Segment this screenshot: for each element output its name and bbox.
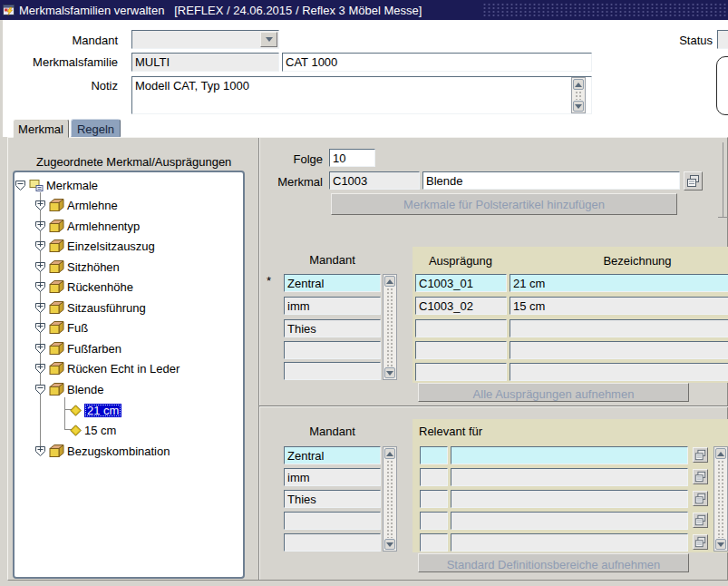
scroll-down-button[interactable] xyxy=(384,367,395,378)
box-icon xyxy=(49,444,64,458)
mandant-scrollbar[interactable] xyxy=(383,274,397,380)
status-label: Status xyxy=(635,34,713,47)
tree-leaf-21cm[interactable]: 21 cm xyxy=(70,402,121,418)
combo-dropdown-button[interactable] xyxy=(260,32,277,47)
relevanz-lookup-button[interactable] xyxy=(693,534,708,550)
lookup-icon xyxy=(694,449,706,461)
auspraegung-code-cell[interactable] xyxy=(415,363,507,381)
relevanz-value-cell[interactable] xyxy=(451,446,688,464)
title-bar[interactable]: Merkmalsfamilien verwalten [REFLEX / 24.… xyxy=(0,0,728,20)
relevanz-value-cell[interactable] xyxy=(451,533,688,552)
auspraegung-name-cell[interactable] xyxy=(510,363,728,381)
scroll-up-button[interactable] xyxy=(384,276,395,287)
mandant-row[interactable]: Thies xyxy=(284,490,381,508)
expand-icon[interactable] xyxy=(34,343,46,355)
tree-node[interactable]: Fußfarben xyxy=(34,340,121,356)
scroll-up-button[interactable] xyxy=(384,448,395,459)
notiz-textarea[interactable]: Modell CAT, Typ 1000 xyxy=(131,76,592,114)
tab-merkmal[interactable]: Merkmal xyxy=(13,119,69,138)
merkmalsfamilie-name-field[interactable]: CAT 1000 xyxy=(282,53,592,72)
scroll-down-button[interactable] xyxy=(573,101,584,112)
mandant-row[interactable] xyxy=(284,533,381,552)
relevanz-lookup-button[interactable] xyxy=(693,469,708,484)
standard-definitionsbereiche-button[interactable]: Standard Definitionsbereiche aufnehmen xyxy=(418,553,689,572)
tree-node-label: Bezugskombination xyxy=(67,444,170,458)
auspraegung-code-cell[interactable]: C1003_02 xyxy=(415,297,507,315)
mandant-row[interactable] xyxy=(284,512,381,530)
mandant-row[interactable]: imm xyxy=(284,297,381,315)
auspraegung-name-cell[interactable]: 15 cm xyxy=(510,297,728,315)
tree-node[interactable]: Bezugskombination xyxy=(34,443,170,459)
tree-node[interactable]: Sitzausführung xyxy=(34,299,146,316)
relevanz-value-cell[interactable] xyxy=(451,490,688,508)
status-field[interactable] xyxy=(717,30,728,49)
collapse-icon[interactable] xyxy=(34,384,46,396)
tree-node[interactable]: Armlehnentyp xyxy=(34,218,140,234)
tab-regeln[interactable]: Regeln xyxy=(71,119,121,137)
relevanz-scrollbar[interactable] xyxy=(713,446,728,552)
relevanz-value-cell[interactable] xyxy=(451,468,688,486)
tree-node[interactable]: Rückenhöhe xyxy=(34,278,133,295)
app-icon xyxy=(3,4,15,16)
side-button-partial[interactable] xyxy=(716,56,728,115)
auspraegung-name-cell[interactable] xyxy=(510,319,728,337)
relevanz-key-cell[interactable] xyxy=(420,512,448,530)
expand-icon[interactable] xyxy=(34,240,46,252)
expand-icon[interactable] xyxy=(34,302,46,314)
mandant-row[interactable]: imm xyxy=(284,468,381,486)
merkmalsfamilie-code-field[interactable]: MULTI xyxy=(131,53,279,72)
expand-icon[interactable] xyxy=(34,322,46,334)
scroll-up-button[interactable] xyxy=(715,448,726,459)
expand-icon[interactable] xyxy=(34,261,46,273)
box-icon xyxy=(49,382,64,396)
relevanz-key-cell[interactable] xyxy=(420,533,448,552)
mandant-row[interactable]: Zentral xyxy=(284,446,381,464)
auspraegung-name-cell[interactable] xyxy=(510,341,728,359)
expand-icon[interactable] xyxy=(34,200,46,211)
auspraegung-name-cell[interactable]: 21 cm xyxy=(510,274,728,292)
merkmal-lookup-button[interactable] xyxy=(684,171,703,190)
mandant-combo[interactable]: Stamm 999 xyxy=(131,30,279,49)
tree-leaf-15cm[interactable]: 15 cm xyxy=(70,422,116,438)
add-polsterartikel-button[interactable]: Merkmale für Polsterartikel hinzufügen xyxy=(331,193,677,215)
mandant-row[interactable] xyxy=(284,362,381,380)
relevanz-lookup-button[interactable] xyxy=(693,447,708,463)
alle-auspraegungen-button[interactable]: Alle Ausprägungen aufnehmen xyxy=(418,383,689,402)
tree-node[interactable]: Rücken Echt in Leder xyxy=(34,360,180,376)
panel-separator xyxy=(258,138,259,580)
tree-node-blende[interactable]: Blende xyxy=(34,381,103,397)
auspraegung-code-cell[interactable] xyxy=(415,319,507,337)
expand-icon[interactable] xyxy=(34,220,46,232)
box-icon xyxy=(49,259,64,274)
relevanz-key-cell[interactable] xyxy=(420,490,448,508)
relevanz-key-cell[interactable] xyxy=(420,446,448,464)
tree-node-label: Einzelsitzauszug xyxy=(67,239,155,253)
tree-node[interactable]: Fuß xyxy=(34,319,88,336)
box-icon xyxy=(49,300,64,315)
auspraegung-code-cell[interactable]: C1003_01 xyxy=(415,274,507,292)
mandant-row[interactable] xyxy=(284,341,381,359)
relevanz-lookup-button[interactable] xyxy=(693,491,708,506)
tree-node[interactable]: Armlehne xyxy=(34,197,118,213)
mandant-scrollbar[interactable] xyxy=(383,446,397,552)
mandant-row[interactable]: Thies xyxy=(284,319,381,337)
scroll-down-button[interactable] xyxy=(715,539,726,550)
expand-icon[interactable] xyxy=(34,281,46,293)
expand-icon[interactable] xyxy=(34,445,46,457)
tree-node[interactable]: Sitzhöhen xyxy=(34,259,120,275)
tree-root-merkmale[interactable]: Merkmale xyxy=(15,177,98,193)
relevanz-lookup-button[interactable] xyxy=(693,513,708,528)
auspraegung-code-cell[interactable] xyxy=(415,341,507,359)
notiz-scrollbar[interactable] xyxy=(571,77,586,113)
folge-field[interactable]: 10 xyxy=(329,149,375,167)
scroll-down-button[interactable] xyxy=(384,539,395,550)
tree-node[interactable]: Einzelsitzauszug xyxy=(34,238,155,254)
scroll-up-button[interactable] xyxy=(573,79,584,90)
collapse-icon[interactable] xyxy=(15,180,26,191)
expand-icon[interactable] xyxy=(34,363,46,375)
merkmal-name-field[interactable]: Blende xyxy=(422,171,680,190)
mandant-row[interactable]: Zentral xyxy=(284,274,381,292)
merkmal-code-field[interactable]: C1003 xyxy=(329,171,420,190)
relevanz-value-cell[interactable] xyxy=(451,512,688,530)
relevanz-key-cell[interactable] xyxy=(420,468,448,486)
